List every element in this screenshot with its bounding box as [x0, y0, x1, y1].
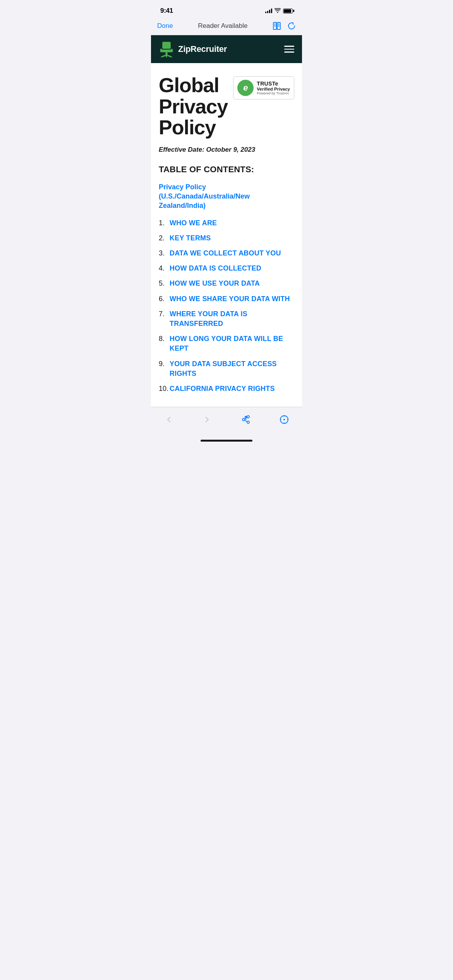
list-item: 6. WHO WE SHARE YOUR DATA WITH	[159, 294, 294, 304]
toc-item-link[interactable]: CALIFORNIA PRIVACY RIGHTS	[170, 384, 275, 394]
list-item: 2. KEY TERMS	[159, 233, 294, 243]
toc-item-number: 10.	[159, 384, 170, 394]
reader-view-icon[interactable]	[273, 22, 281, 30]
status-bar: 9:41	[151, 0, 302, 19]
home-bar	[201, 440, 252, 442]
toc-item-number: 5.	[159, 279, 170, 288]
list-item: 4. HOW DATA IS COLLECTED	[159, 264, 294, 273]
signal-icon	[265, 9, 272, 13]
list-item: 10. CALIFORNIA PRIVACY RIGHTS	[159, 384, 294, 394]
svg-rect-0	[273, 22, 276, 29]
list-item: 7. WHERE YOUR DATA IS TRANSFERRED	[159, 309, 294, 329]
toc-heading: TABLE OF CONTENTS:	[159, 164, 294, 175]
toc-item-number: 6.	[159, 294, 170, 304]
list-item: 3. DATA WE COLLECT ABOUT YOU	[159, 248, 294, 258]
status-time: 9:41	[160, 7, 173, 15]
toc-item-number: 7.	[159, 309, 170, 319]
truste-badge[interactable]: e TRUSTe Verified Privacy Powered by Tru…	[233, 76, 294, 99]
toc-item-number: 2.	[159, 233, 170, 243]
svg-rect-8	[162, 42, 171, 49]
toc-main-link[interactable]: Privacy Policy (U.S./Canada/Australia/Ne…	[159, 182, 294, 211]
toc-item-link[interactable]: HOW DATA IS COLLECTED	[170, 264, 261, 273]
site-logo-text: ZipRecruiter	[178, 44, 227, 54]
toc-item-link[interactable]: HOW WE USE YOUR DATA	[170, 279, 260, 288]
page-title-area: Global Privacy Policy e TRUSTe Verified …	[159, 75, 294, 138]
toc-item-number: 8.	[159, 334, 170, 344]
toc-item-number: 4.	[159, 264, 170, 273]
svg-line-14	[162, 55, 166, 57]
logo-area: ZipRecruiter	[159, 41, 227, 57]
list-item: 9. YOUR DATA SUBJECT ACCESS RIGHTS	[159, 359, 294, 379]
toc-item-number: 3.	[159, 248, 170, 258]
truste-verified: Verified Privacy	[257, 87, 290, 91]
battery-icon	[283, 9, 293, 14]
toc-item-number: 1.	[159, 218, 170, 228]
done-button[interactable]: Done	[157, 22, 173, 30]
browser-action-icons	[273, 22, 296, 30]
svg-rect-17	[171, 49, 173, 52]
truste-powered: Powered by TrustArc	[257, 91, 290, 95]
toc-item-number: 9.	[159, 359, 170, 369]
page-title: Global Privacy Policy	[159, 75, 233, 138]
toc-item-link[interactable]: DATA WE COLLECT ABOUT YOU	[170, 248, 281, 258]
list-item: 8. HOW LONG YOUR DATA WILL BE KEPT	[159, 334, 294, 353]
status-icons	[265, 8, 293, 14]
toc-item-link[interactable]: YOUR DATA SUBJECT ACCESS RIGHTS	[170, 359, 294, 379]
toc-item-link[interactable]: HOW LONG YOUR DATA WILL BE KEPT	[170, 334, 294, 353]
svg-point-19	[283, 419, 285, 420]
truste-name: TRUSTe	[257, 81, 290, 87]
back-button[interactable]	[160, 411, 177, 428]
reader-available-label: Reader Available	[198, 22, 247, 30]
ziprecruiter-chair-icon	[159, 41, 174, 57]
compass-button[interactable]	[276, 411, 293, 428]
home-indicator	[151, 437, 302, 445]
forward-button[interactable]	[199, 411, 216, 428]
browser-chrome: Done Reader Available	[151, 19, 302, 35]
toc-item-link[interactable]: WHO WE SHARE YOUR DATA WITH	[170, 294, 290, 304]
truste-logo-icon: e	[237, 80, 254, 96]
toc-list: 1. WHO WE ARE 2. KEY TERMS 3. DATA WE CO…	[159, 218, 294, 394]
svg-rect-9	[161, 50, 171, 52]
effective-date: Effective Date: October 9, 2023	[159, 146, 294, 154]
bottom-toolbar	[151, 407, 302, 437]
svg-rect-16	[160, 49, 162, 52]
wifi-icon	[275, 8, 281, 14]
toc-item-link[interactable]: WHO WE ARE	[170, 218, 217, 228]
truste-text: TRUSTe Verified Privacy Powered by Trust…	[257, 81, 290, 95]
toc-item-link[interactable]: KEY TERMS	[170, 233, 211, 243]
toc-item-link[interactable]: WHERE YOUR DATA IS TRANSFERRED	[170, 309, 294, 329]
list-item: 5. HOW WE USE YOUR DATA	[159, 279, 294, 288]
svg-line-15	[166, 55, 171, 57]
site-header: ZipRecruiter	[151, 35, 302, 63]
list-item: 1. WHO WE ARE	[159, 218, 294, 228]
svg-rect-1	[277, 22, 280, 29]
reload-icon[interactable]	[287, 22, 296, 30]
share-button[interactable]	[237, 411, 254, 428]
hamburger-menu-icon[interactable]	[284, 46, 294, 53]
page-content: Global Privacy Policy e TRUSTe Verified …	[151, 63, 302, 407]
